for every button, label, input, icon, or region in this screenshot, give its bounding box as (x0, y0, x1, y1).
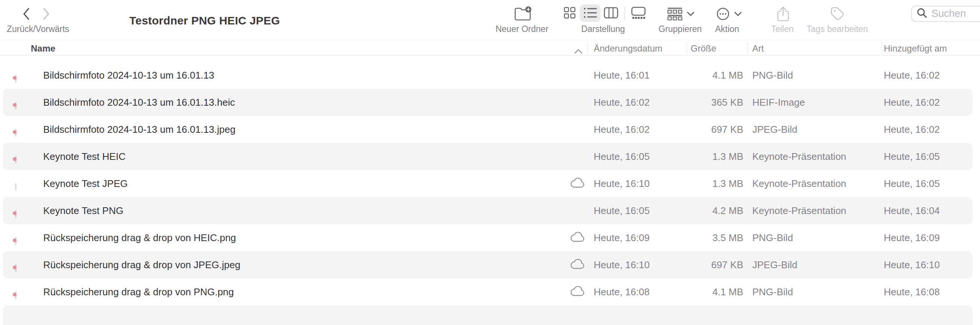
file-thumbnail-icon (15, 183, 16, 191)
file-added: Heute, 16:05 (884, 178, 940, 190)
file-name: Keynote Test JPEG (43, 178, 128, 190)
file-kind: Keynote-Präsentation (752, 178, 846, 190)
chevron-down-icon (687, 12, 694, 16)
file-added: Heute, 16:05 (884, 151, 940, 162)
view-gallery-button[interactable] (628, 5, 649, 22)
search-icon (916, 8, 932, 20)
list-view-icon (584, 7, 597, 19)
file-added: Heute, 16:08 (884, 286, 940, 298)
file-name: Bildschirmfoto 2024-10-13 um 16.01.13 (43, 70, 214, 81)
view-caption: Darstellung (581, 24, 625, 34)
column-header-modified[interactable]: Änderungsdatum (594, 43, 662, 54)
file-size: 1.3 MB (686, 178, 743, 190)
new-folder-button[interactable] (512, 5, 534, 22)
file-added: Heute, 16:02 (884, 124, 940, 135)
sort-ascending-icon[interactable] (574, 45, 582, 56)
action-button[interactable] (713, 5, 745, 22)
back-forward-caption: Zurück/Vorwärts (7, 24, 69, 34)
file-thumbnail-icon (15, 75, 16, 82)
file-name: Rückspeicherung drag & drop von HEIC.png (43, 232, 236, 244)
search-field[interactable] (911, 6, 980, 22)
group-button[interactable] (665, 5, 697, 22)
file-thumbnail-icon (15, 291, 16, 299)
file-added: Heute, 16:10 (884, 259, 940, 271)
view-columns-button[interactable] (600, 5, 621, 22)
file-name: Bildschirmfoto 2024-10-13 um 16.01.13.he… (43, 97, 235, 108)
list-column-header: Name Änderungsdatum Größe Art Hinzugefüg… (0, 41, 980, 56)
view-switcher-divider (624, 7, 625, 19)
toolbar: Zurück/Vorwärts Testordner PNG HEIC JPEG… (0, 0, 980, 40)
column-divider (748, 42, 748, 54)
file-row[interactable]: Bildschirmfoto 2024-10-13 um 16.01.13 He… (0, 62, 980, 89)
file-added: Heute, 16:09 (884, 232, 940, 244)
file-kind: JPEG-Bild (752, 259, 797, 271)
column-header-kind[interactable]: Art (752, 43, 764, 54)
file-size: 4.2 MB (686, 205, 743, 217)
file-row[interactable]: Bildschirmfoto 2024-10-13 um 16.01.13.jp… (0, 116, 980, 143)
search-input[interactable] (932, 8, 980, 19)
column-header-added[interactable]: Hinzugefügt am (884, 43, 947, 54)
file-modified: Heute, 16:09 (594, 232, 650, 244)
finder-window: Zurück/Vorwärts Testordner PNG HEIC JPEG… (0, 0, 980, 325)
file-size: 365 KB (686, 97, 743, 108)
share-icon (777, 6, 789, 22)
file-added: Heute, 16:02 (884, 70, 940, 81)
file-name: Bildschirmfoto 2024-10-13 um 16.01.13.jp… (43, 124, 235, 135)
file-modified: Heute, 16:01 (594, 70, 650, 81)
file-kind: JPEG-Bild (752, 124, 797, 135)
file-row[interactable]: Keynote Test JPEG Heute, 16:10 1.3 MB Ke… (0, 170, 980, 197)
file-thumbnail-icon (15, 210, 16, 218)
file-row[interactable]: Rückspeicherung drag & drop von JPEG.jpe… (0, 251, 980, 279)
file-row[interactable]: Keynote Test PNG Heute, 16:05 4.2 MB Key… (0, 197, 980, 224)
new-folder-caption: Neuer Ordner (496, 24, 549, 34)
file-size: 4.1 MB (686, 286, 743, 298)
file-modified: Heute, 16:05 (594, 151, 650, 162)
file-list: Bildschirmfoto 2024-10-13 um 16.01.13 He… (0, 56, 980, 325)
file-thumbnail-icon (15, 264, 16, 272)
file-row[interactable]: Bildschirmfoto 2024-10-13 um 16.01.13.he… (0, 89, 980, 116)
gallery-view-icon (631, 7, 646, 20)
new-folder-icon (514, 6, 533, 22)
file-row[interactable]: Rückspeicherung drag & drop von HEIC.png… (0, 224, 980, 251)
file-kind: PNG-Bild (752, 70, 793, 81)
file-added: Heute, 16:02 (884, 97, 940, 108)
column-divider (881, 42, 881, 54)
grid-view-icon (564, 7, 576, 20)
back-button[interactable] (21, 5, 32, 22)
icloud-icon (570, 178, 585, 190)
view-switcher (559, 4, 649, 22)
file-name: Rückspeicherung drag & drop von JPEG.jpe… (43, 259, 240, 271)
file-row[interactable]: Keynote Test HEIC Heute, 16:05 1.3 MB Ke… (0, 143, 980, 170)
file-modified: Heute, 16:10 (594, 259, 650, 271)
empty-row-band (0, 306, 980, 325)
view-icons-button[interactable] (559, 5, 580, 22)
column-header-size[interactable]: Größe (690, 43, 716, 54)
chevron-left-icon (22, 8, 30, 20)
file-thumbnail-icon (15, 129, 16, 136)
file-modified: Heute, 16:05 (594, 205, 650, 217)
file-size: 1.3 MB (686, 151, 743, 162)
file-name: Keynote Test HEIC (43, 151, 126, 162)
edit-tags-caption: Tags bearbeiten (807, 24, 868, 34)
file-kind: Keynote-Präsentation (752, 151, 846, 162)
icloud-icon (570, 259, 585, 271)
column-divider (587, 42, 588, 54)
tag-icon (829, 6, 845, 22)
share-caption: Teilen (771, 24, 794, 34)
columns-view-icon (604, 7, 618, 19)
chevron-down-icon (734, 12, 742, 16)
action-caption: Aktion (715, 24, 739, 34)
forward-button[interactable] (41, 5, 52, 22)
file-modified: Heute, 16:02 (594, 124, 650, 135)
file-kind: PNG-Bild (752, 232, 793, 244)
file-size: 4.1 MB (686, 70, 743, 81)
file-thumbnail-icon (15, 237, 16, 245)
file-row[interactable]: Rückspeicherung drag & drop von PNG.png … (0, 279, 980, 306)
view-list-button[interactable] (580, 5, 600, 22)
group-caption: Gruppieren (659, 24, 702, 34)
file-kind: Keynote-Präsentation (752, 205, 846, 217)
file-kind: PNG-Bild (752, 286, 793, 298)
file-thumbnail-icon (15, 102, 16, 109)
column-header-name[interactable]: Name (31, 43, 55, 54)
file-kind: HEIF-Image (752, 97, 805, 108)
